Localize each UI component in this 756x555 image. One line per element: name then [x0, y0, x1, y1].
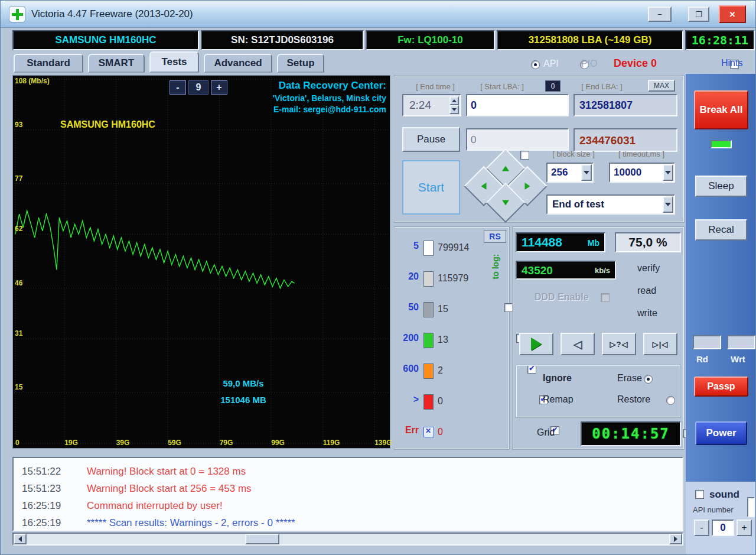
pause-button[interactable]: Pause: [402, 127, 460, 152]
scroll-thumb[interactable]: [245, 534, 279, 544]
ignore-radio-label: Ignore: [543, 373, 572, 384]
timeout-dropdown-button[interactable]: [663, 164, 673, 181]
end-action-dropdown-button[interactable]: [663, 196, 673, 213]
seek-end-button[interactable]: ▷|◁: [643, 333, 677, 355]
close-button[interactable]: ✕: [719, 5, 746, 23]
end-time-spinbox[interactable]: 2:24: [402, 94, 461, 116]
elapsed-timer-display: 00:14:57: [581, 421, 681, 446]
banner-line-1: Data Recovery Center:: [237, 79, 386, 93]
tab-advanced[interactable]: Advanced: [204, 54, 272, 73]
app-green-cross-icon: [9, 6, 25, 22]
maximize-button[interactable]: ❐: [688, 7, 709, 22]
end-lba-value: 312581807: [579, 99, 633, 112]
speed-display: 43520 kb/s: [516, 261, 616, 280]
seek-question-button[interactable]: ▷?◁: [602, 333, 636, 355]
minimize-button[interactable]: −: [648, 7, 672, 22]
latency-row-5: 5 799914: [394, 241, 510, 256]
step-back-button[interactable]: ◁: [561, 333, 595, 355]
sound-checkbox-label: sound: [709, 489, 739, 501]
latency-threshold-label: 20: [396, 271, 419, 282]
side-scroll-stub: [747, 497, 755, 517]
ddd-enable-checkbox: [601, 293, 610, 302]
pio-radio-label: PIO: [581, 59, 598, 69]
write-radio-label: write: [637, 308, 657, 319]
max-lba-button[interactable]: MAX: [648, 80, 675, 92]
end-time-label: [ End time ]: [403, 82, 467, 91]
title-bar[interactable]: Victoria 4.47 Freeware (2013-02-20) − ❐ …: [1, 1, 756, 28]
back-triangle-icon: ◁: [573, 339, 582, 350]
latency-row-200: 200 13: [394, 333, 510, 348]
api-number-value: 0: [712, 520, 734, 536]
play-button[interactable]: [519, 333, 553, 355]
device-number-label: Device 0: [614, 57, 657, 70]
end-time-spin-up[interactable]: [449, 96, 459, 105]
break-all-button[interactable]: Break All: [694, 90, 748, 129]
timeout-combo[interactable]: 10000: [609, 163, 675, 183]
sleep-button[interactable]: Sleep: [695, 176, 747, 197]
tab-setup[interactable]: Setup: [277, 54, 324, 73]
percent-display: 75,0 %: [615, 232, 681, 252]
end-lba-row2-value: 234476031: [579, 134, 636, 147]
sound-checkbox[interactable]: [695, 490, 704, 499]
scroll-left-button[interactable]: [14, 534, 27, 544]
end-time-value: 2:24: [409, 99, 431, 112]
arrow-right-icon: [525, 183, 530, 190]
end-action-value: End of test: [552, 199, 604, 210]
lba-arrow-pad: [467, 154, 542, 216]
wrt-label: Wrt: [731, 354, 745, 364]
end-lba-row2-display: 234476031: [573, 128, 677, 152]
start-lba-value: 0: [471, 99, 477, 112]
log-message: ***** Scan results: Warnings - 2, errors…: [87, 517, 295, 529]
log-horizontal-scrollbar[interactable]: [12, 533, 683, 546]
start-lba-input[interactable]: 0: [466, 94, 569, 116]
block-size-value: 256: [551, 167, 568, 178]
chevron-down-icon: [665, 171, 671, 174]
chevron-down-icon: [665, 203, 671, 206]
scroll-right-button[interactable]: [669, 534, 682, 544]
api-radio[interactable]: [531, 60, 540, 69]
power-button[interactable]: Power: [695, 421, 747, 445]
window-title: Victoria 4.47 Freeware (2013-02-20): [31, 1, 193, 28]
start-lba-row2-input[interactable]: 0: [466, 128, 569, 151]
ignore-radio[interactable]: [644, 375, 653, 384]
log-message: Warning! Block start at 256 = 453 ms: [87, 483, 252, 495]
api-number-plus-button[interactable]: +: [737, 520, 752, 536]
block-size-dropdown-button[interactable]: [581, 164, 592, 181]
end-lba-label: [ End LBA: ]: [571, 82, 633, 91]
end-time-spin-down[interactable]: [449, 105, 459, 114]
tab-standard[interactable]: Standard: [14, 54, 83, 73]
defect-action-group: [516, 365, 681, 418]
latency-color-block: [423, 271, 434, 287]
latency-row-600: 600 2: [394, 363, 510, 379]
api-number-minus-button[interactable]: -: [694, 520, 709, 536]
error-row-label: Err: [396, 425, 419, 436]
zero-lba-button[interactable]: 0: [545, 80, 561, 92]
loop-checkbox[interactable]: [520, 151, 529, 160]
latency-count: 115979: [438, 273, 468, 284]
average-speed-label: 59,0 MB/s: [202, 378, 285, 388]
passed-mb-unit: Mb: [588, 238, 599, 248]
latency-count: 799914: [438, 242, 469, 253]
graph-zoom-out-button[interactable]: -: [170, 80, 186, 95]
block-size-combo[interactable]: 256: [546, 163, 594, 183]
tab-tests[interactable]: Tests: [149, 51, 199, 73]
drive-capacity-display: 312581808 LBA (~149 GB): [497, 30, 683, 50]
error-x-icon: [423, 427, 434, 437]
end-action-combo[interactable]: End of test: [546, 194, 675, 215]
passp-button[interactable]: Passp: [694, 377, 748, 397]
event-log-panel[interactable]: 15:51:22 Warning! Block start at 0 = 132…: [12, 457, 683, 531]
tab-smart[interactable]: SMART: [88, 54, 145, 73]
log-time: 15:51:22: [22, 466, 76, 478]
start-lba-label: [ Start LBA: ]: [470, 82, 535, 91]
latency-color-block: [423, 363, 434, 379]
log-message: Warning! Block start at 0 = 1328 ms: [87, 466, 246, 478]
graph-zoom-in-button[interactable]: +: [211, 80, 227, 95]
speed-unit: kb/s: [595, 266, 610, 275]
latency-count: 0: [438, 396, 443, 407]
read-radio-label: read: [637, 285, 656, 296]
latency-count: 13: [438, 335, 448, 345]
recal-button[interactable]: Recal: [695, 219, 747, 241]
start-button[interactable]: Start: [402, 160, 460, 215]
start-lba-row2-value: 0: [471, 134, 476, 146]
passed-mb-display: 114488 Mb: [516, 232, 605, 252]
